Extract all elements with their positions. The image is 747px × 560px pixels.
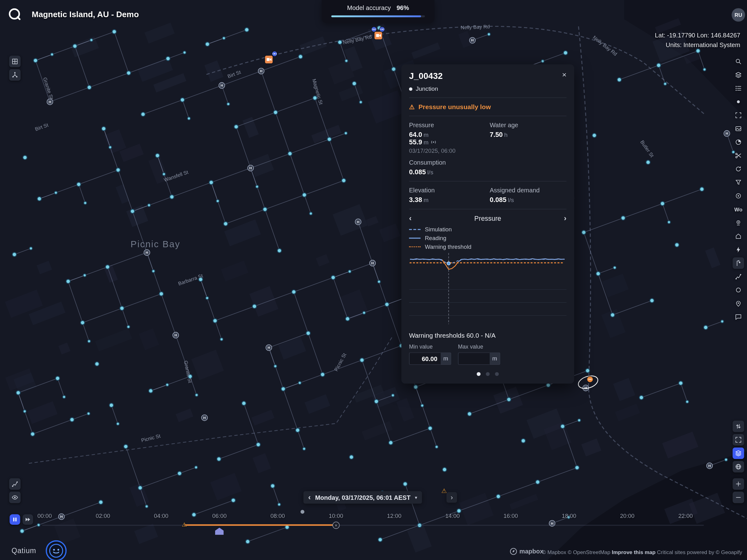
brand-wordmark[interactable]: Qatium xyxy=(11,546,36,554)
asset-type-label: Junction xyxy=(416,85,438,92)
min-value-input[interactable] xyxy=(409,352,441,365)
pressure-chart[interactable] xyxy=(409,252,566,325)
svg-text:H: H xyxy=(203,416,206,420)
date-picker[interactable]: ‹ Monday, 03/17/2025, 06:01 AEST ▾ xyxy=(303,491,422,504)
legend-icon[interactable] xyxy=(733,83,744,94)
filter-icon[interactable] xyxy=(733,177,744,188)
panel-pagination xyxy=(409,372,566,376)
warning-end-icon[interactable]: × xyxy=(332,521,339,529)
min-value-label: Min value xyxy=(409,344,452,350)
map-controls xyxy=(733,421,744,473)
consumption-metric: Consumption 0.085l/s xyxy=(409,159,566,176)
ff-icon[interactable] xyxy=(22,514,33,525)
warning-period-segment[interactable] xyxy=(184,525,336,526)
threshold-legend-swatch xyxy=(409,246,420,247)
fullscreen-icon[interactable] xyxy=(733,434,744,446)
chart-prev-icon[interactable]: ‹ xyxy=(409,215,412,222)
radius-icon[interactable] xyxy=(733,284,744,296)
mapbox-logo[interactable]: mapbox xyxy=(510,548,543,555)
svg-text:H: H xyxy=(260,69,262,73)
model-accuracy-fill xyxy=(331,15,421,17)
pagination-dot-3[interactable] xyxy=(495,372,499,376)
pause-icon[interactable] xyxy=(10,514,20,525)
lights-icon[interactable] xyxy=(733,257,744,269)
right-toolbar: Wo xyxy=(733,56,744,323)
junction-icon[interactable] xyxy=(733,96,744,107)
network-icon[interactable] xyxy=(9,69,21,81)
camera-marker-icon xyxy=(265,55,273,63)
reading-timestamp: 03/17/2025, 06:00 xyxy=(409,148,490,154)
close-icon[interactable]: × xyxy=(562,71,566,79)
improve-map-link[interactable]: Improve this map xyxy=(612,550,655,555)
svg-text:H: H xyxy=(267,346,270,350)
home-icon[interactable] xyxy=(733,230,744,242)
model-accuracy-track xyxy=(331,15,424,17)
timeline-tick: 14:00 xyxy=(445,513,460,520)
pagination-dot-2[interactable] xyxy=(486,372,489,376)
timeline-event-dot[interactable] xyxy=(301,510,304,513)
svg-text:H: H xyxy=(357,220,359,224)
place-label: Picnic Bay xyxy=(131,239,181,249)
page-title: Magnetic Island, AU - Demo xyxy=(32,10,139,20)
date-prev-icon[interactable]: ‹ xyxy=(308,494,311,501)
route-icon[interactable] xyxy=(733,271,744,282)
power-icon[interactable] xyxy=(733,244,744,255)
pin-icon[interactable] xyxy=(733,298,744,309)
zoom-controls xyxy=(733,478,744,503)
basemap-icon[interactable] xyxy=(733,123,744,134)
telemetry-icon xyxy=(431,138,436,146)
timeline-tick: 00:00 xyxy=(37,513,52,520)
arrows-vertical-icon[interactable] xyxy=(733,421,744,432)
reading-legend-swatch xyxy=(409,237,420,238)
timeline-tick: 08:00 xyxy=(271,513,285,520)
select-area-icon[interactable] xyxy=(733,109,744,121)
globe-icon[interactable] xyxy=(733,461,744,473)
sync-icon[interactable] xyxy=(733,163,744,175)
workspace-icon[interactable]: Wo xyxy=(733,204,744,215)
assistant-logo-icon[interactable] xyxy=(45,540,67,560)
max-value-label: Max value xyxy=(458,344,500,350)
sensor-icon xyxy=(272,51,277,56)
asset-id: J_00432 xyxy=(409,71,443,81)
left-toolbar-top xyxy=(9,56,21,81)
svg-text:H: H xyxy=(221,83,223,87)
water-age-metric: Water age 7.50h xyxy=(490,122,566,154)
plus-icon[interactable] xyxy=(733,478,744,490)
avatar[interactable]: RU xyxy=(732,8,745,22)
route-icon[interactable] xyxy=(9,478,21,490)
timeline-warning-icon: ⚠ xyxy=(182,521,187,528)
layers-icon[interactable] xyxy=(733,69,744,81)
svg-text:H: H xyxy=(471,39,473,43)
eye-icon[interactable] xyxy=(9,492,21,503)
junction-type-icon xyxy=(409,87,412,91)
simulation-legend-swatch xyxy=(409,229,420,230)
units-readout: Units: International System xyxy=(655,40,741,50)
disconnect-icon[interactable] xyxy=(733,150,744,161)
timeline-tick: 16:00 xyxy=(504,513,518,520)
comments-icon[interactable] xyxy=(733,311,744,323)
model-accuracy-label: Model accuracy xyxy=(347,4,391,11)
svg-text:H: H xyxy=(146,251,148,254)
camera-icon[interactable] xyxy=(733,217,744,229)
model-accuracy-widget[interactable]: Model accuracy 96% xyxy=(322,0,435,23)
schedule-icon[interactable] xyxy=(733,136,744,148)
sensor-icon xyxy=(371,26,377,32)
chart-next-icon[interactable]: › xyxy=(564,215,566,222)
layers-icon[interactable] xyxy=(733,448,744,459)
max-unit: m xyxy=(490,352,500,365)
sensor-icon xyxy=(587,376,593,382)
minus-icon[interactable] xyxy=(733,492,744,503)
timeline-rail[interactable] xyxy=(43,525,704,526)
search-icon[interactable] xyxy=(733,56,744,67)
grid-icon[interactable] xyxy=(9,56,21,67)
max-value-input[interactable] xyxy=(458,352,490,365)
pagination-dot-1[interactable] xyxy=(477,372,481,376)
map-attribution: © Mapbox © OpenStreetMap Improve this ma… xyxy=(542,550,742,555)
timeline-tick: 18:00 xyxy=(562,513,576,520)
network-map[interactable]: HHHHHHHHHHHHHHHHHH Picnic BayNelly Bay R… xyxy=(0,0,747,560)
qatium-logo-icon[interactable] xyxy=(7,7,22,24)
chevron-down-icon: ▾ xyxy=(415,495,417,500)
mapbox-icon xyxy=(510,548,517,555)
date-next-icon[interactable]: › xyxy=(446,492,457,503)
target-icon[interactable] xyxy=(733,190,744,202)
